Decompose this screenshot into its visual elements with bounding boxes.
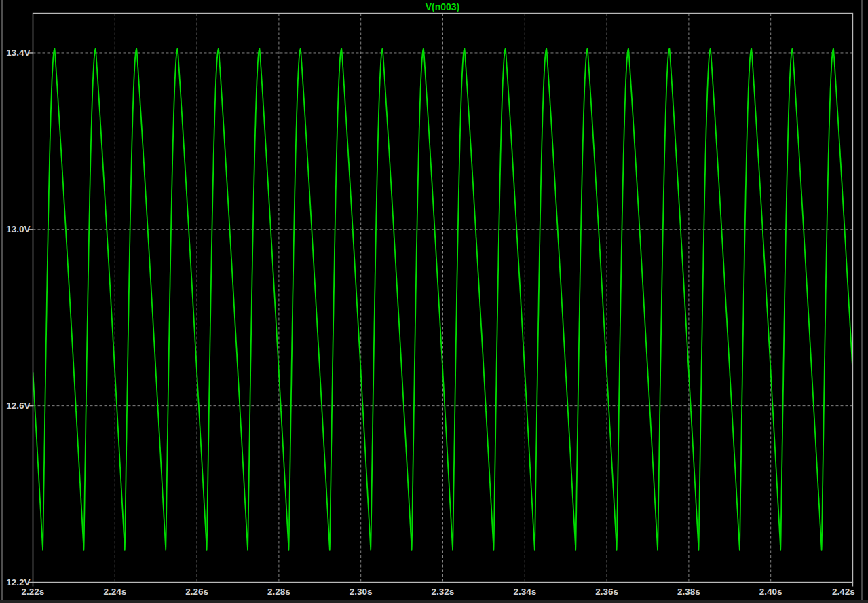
x-tick-label: 2.24s: [100, 586, 129, 598]
plot-area[interactable]: [0, 0, 868, 603]
x-tick-label: 2.22s: [19, 586, 48, 598]
x-tick-label: 2.36s: [592, 586, 621, 598]
waveform-viewer-window: V(n003) 13.4V13.0V12.6V12.2V2.22s2.24s2.…: [0, 0, 868, 603]
x-tick-label: 2.34s: [510, 586, 539, 598]
y-tick-label: 13.0V: [6, 224, 30, 235]
x-tick-label: 2.28s: [265, 586, 293, 598]
y-tick-label: 12.6V: [6, 401, 30, 412]
x-tick-label: 2.26s: [183, 586, 211, 598]
x-tick-label: 2.38s: [675, 586, 703, 598]
x-tick-label: 2.40s: [757, 586, 785, 598]
x-tick-label: 2.32s: [429, 586, 457, 598]
x-tick-label: 2.42s: [829, 586, 858, 598]
waveform-canvas: [0, 0, 868, 603]
y-tick-label: 13.4V: [6, 48, 30, 58]
x-tick-label: 2.30s: [347, 586, 375, 598]
